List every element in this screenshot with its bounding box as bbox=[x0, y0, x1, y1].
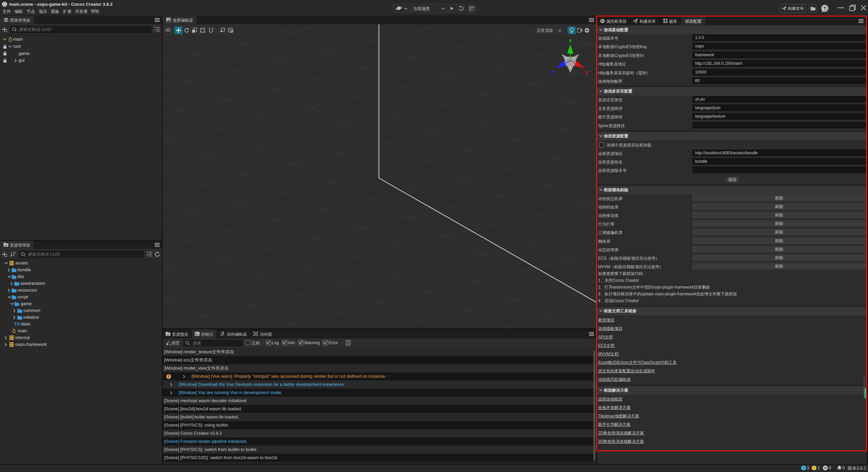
svg-text:X: X bbox=[585, 70, 588, 75]
svg-text:Y: Y bbox=[569, 38, 572, 44]
svg-text:Z: Z bbox=[552, 70, 555, 75]
svg-text:?: ? bbox=[823, 5, 826, 11]
